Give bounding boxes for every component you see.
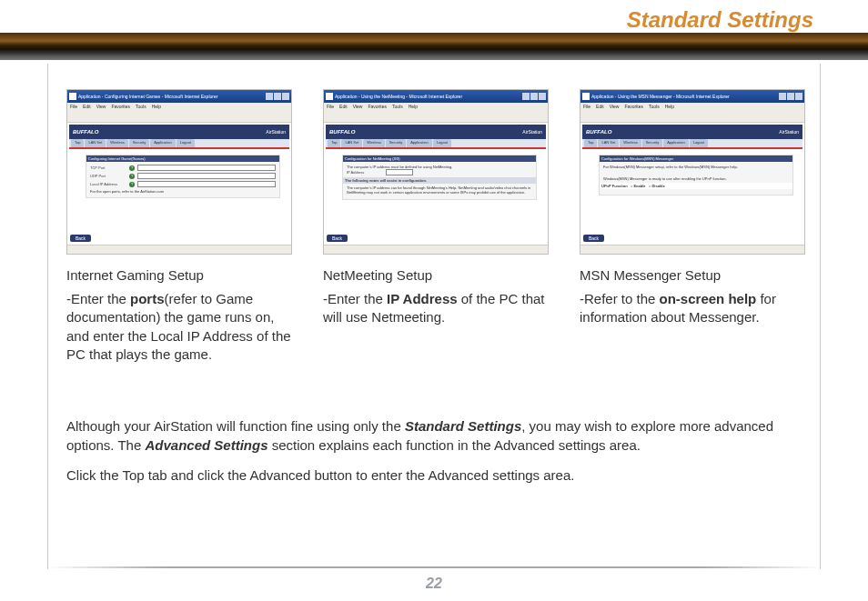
tab: LAN Set (341, 139, 362, 147)
browser-viewport: BUFFALO AirStation Top LAN Set Wireless … (580, 123, 804, 245)
screenshot-internet-gaming: Application - Configuring Internet Games… (66, 89, 292, 255)
menu-item: Edit (83, 104, 91, 111)
column-description: -Enter the ports(refer to Game documenta… (66, 290, 292, 364)
para-bold-italic: Standard Settings (405, 418, 521, 434)
menu-item: File (70, 104, 77, 111)
para-text: section explains each function in the Ad… (267, 437, 640, 453)
brand-right: AirStation (266, 129, 286, 135)
browser-toolbar (67, 112, 291, 123)
browser-toolbar (580, 112, 804, 123)
tab: Logout (177, 139, 195, 147)
desc-text: -Enter the (323, 291, 387, 306)
close-icon (282, 93, 289, 100)
desc-text: -Refer to the (580, 291, 660, 306)
menu-item: Help (665, 104, 674, 111)
paragraph-1: Although your AirStation will function f… (66, 416, 802, 455)
browser-menubar: File Edit View Favorites Tools Help (580, 103, 804, 112)
brand-bar: BUFFALO AirStation (69, 125, 289, 139)
minimize-icon (779, 93, 786, 100)
tab: Wireless (363, 139, 384, 147)
maximize-icon (787, 93, 794, 100)
close-icon (795, 93, 802, 100)
app-icon (69, 93, 76, 100)
back-button: Back (70, 235, 91, 242)
menu-item: Favorites (368, 104, 387, 111)
brand-left: BUFFALO (73, 129, 98, 135)
brand-left: BUFFALO (329, 129, 355, 135)
tab: Top (71, 139, 84, 147)
tab: Logout (433, 139, 451, 147)
column-title: NetMeeting Setup (323, 267, 549, 283)
tab: Application (407, 139, 432, 147)
screenshot-netmeeting: Application - Using the NetMeeting - Mic… (323, 89, 549, 255)
page-number: 22 (0, 576, 868, 592)
app-icon (582, 93, 590, 100)
back-button: Back (583, 235, 604, 242)
app-tabs: Top LAN Set Wireless Security Applicatio… (326, 139, 546, 149)
brand-right: AirStation (522, 129, 542, 135)
menu-item: Edit (339, 104, 348, 111)
maximize-icon (530, 93, 538, 100)
menu-item: Help (152, 104, 161, 111)
tab: Wireless (106, 139, 127, 147)
footer-rule (47, 566, 821, 568)
column-msn-messenger: Application - Using the MSN Messenger - … (580, 89, 805, 364)
menu-item: Favorites (624, 104, 643, 111)
tab: LAN Set (598, 139, 619, 147)
screenshot-row: Application - Configuring Internet Games… (66, 89, 802, 364)
menu-item: Tools (649, 104, 660, 111)
tab: LAN Set (85, 139, 106, 147)
paragraph-2: Click the Top tab and click the Advanced… (66, 466, 802, 485)
brand-left: BUFFALO (586, 129, 611, 135)
app-icon (326, 93, 333, 100)
window-title-text: Application - Configuring Internet Games… (78, 94, 265, 99)
browser-statusbar (324, 245, 548, 254)
browser-menubar: File Edit View Favorites Tools Help (324, 103, 548, 112)
config-panel: Configuring Internet Game(Games) TCP Por… (86, 155, 280, 198)
panel-body: Configuration for NetMeeting (3/3) The c… (326, 149, 546, 243)
panel-heading: Configuration for NetMeeting (3/3) (343, 155, 536, 162)
desc-bold: on-screen help (660, 291, 757, 306)
tab: Security (386, 139, 406, 147)
menu-item: File (583, 104, 590, 111)
tab: Application (150, 139, 176, 147)
menu-item: Help (409, 104, 418, 111)
browser-viewport: BUFFALO AirStation Top LAN Set Wireless … (324, 123, 548, 245)
window-title-text: Application - Using the NetMeeting - Mic… (335, 94, 521, 99)
menu-item: Tools (136, 104, 146, 111)
column-title: MSN Messenger Setup (580, 267, 805, 283)
window-title-text: Application - Using the MSN Messenger - … (591, 94, 778, 99)
config-panel: Configuration for Windows(MSN) Messenger… (599, 155, 793, 195)
window-titlebar: Application - Configuring Internet Games… (67, 90, 291, 103)
back-button: Back (327, 235, 348, 242)
panel-body: Configuration for Windows(MSN) Messenger… (582, 149, 802, 243)
tab: Logout (690, 139, 708, 147)
minimize-icon (522, 93, 530, 100)
header-gradient-bar (0, 33, 868, 60)
panel-heading: Configuration for Windows(MSN) Messenger (600, 155, 792, 162)
menu-item: File (327, 104, 334, 111)
content-frame: Application - Configuring Internet Games… (47, 64, 821, 569)
para-bold-italic: Advanced Settings (145, 437, 267, 453)
browser-viewport: BUFFALO AirStation Top LAN Set Wireless … (67, 123, 291, 245)
page-title: Standard Settings (627, 7, 813, 33)
screenshot-msn-messenger: Application - Using the MSN Messenger - … (580, 89, 805, 255)
maximize-icon (274, 93, 281, 100)
panel-heading: Configuring Internet Game(Games) (86, 155, 279, 162)
column-netmeeting: Application - Using the NetMeeting - Mic… (323, 89, 549, 364)
tab: Application (663, 139, 689, 147)
tab: Top (584, 139, 597, 147)
column-description: -Refer to the on-screen help for informa… (580, 290, 805, 327)
brand-right: AirStation (779, 129, 799, 135)
close-icon (539, 93, 546, 100)
column-title: Internet Gaming Setup (66, 267, 292, 283)
desc-bold: ports (130, 291, 165, 306)
desc-bold: IP Address (387, 291, 458, 306)
menu-item: Tools (392, 104, 403, 111)
window-titlebar: Application - Using the MSN Messenger - … (580, 90, 804, 103)
panel-body: Configuring Internet Game(Games) TCP Por… (69, 149, 289, 243)
tab: Security (642, 139, 662, 147)
browser-statusbar (67, 245, 291, 254)
tab: Top (328, 139, 340, 147)
brand-bar: BUFFALO AirStation (582, 125, 802, 139)
